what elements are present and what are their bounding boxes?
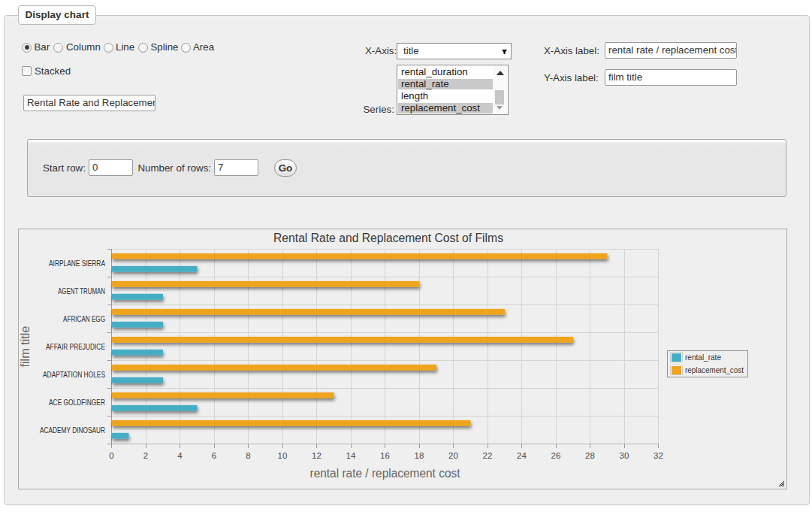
svg-text:film title: film title	[19, 326, 32, 367]
svg-text:rental rate / replacement cost: rental rate / replacement cost	[310, 467, 461, 480]
svg-text:AFFAIR PREJUDICE: AFFAIR PREJUDICE	[46, 343, 105, 351]
svg-text:18: 18	[415, 451, 424, 460]
svg-text:12: 12	[312, 451, 321, 460]
svg-text:rental_rate: rental_rate	[685, 353, 721, 362]
svg-text:28: 28	[585, 451, 595, 460]
svg-text:24: 24	[517, 451, 527, 460]
svg-text:ACADEMY DINOSAUR: ACADEMY DINOSAUR	[40, 426, 105, 435]
svg-text:4: 4	[177, 451, 183, 460]
svg-text:32: 32	[654, 451, 663, 460]
svg-text:ADAPTATION HOLES: ADAPTATION HOLES	[43, 371, 105, 379]
svg-text:replacement_cost: replacement_cost	[685, 365, 744, 374]
svg-text:6: 6	[212, 451, 216, 460]
svg-text:16: 16	[380, 451, 390, 460]
svg-text:26: 26	[551, 451, 561, 460]
svg-text:AIRPLANE SIERRA: AIRPLANE SIERRA	[49, 259, 105, 268]
svg-text:20: 20	[448, 451, 458, 460]
svg-text:14: 14	[346, 451, 356, 460]
svg-text:0: 0	[109, 451, 113, 460]
svg-text:22: 22	[483, 451, 493, 460]
svg-text:Rental Rate and Replacement Co: Rental Rate and Replacement Cost of Film…	[273, 232, 503, 244]
svg-text:ACE GOLDFINGER: ACE GOLDFINGER	[49, 398, 105, 407]
svg-text:30: 30	[620, 451, 629, 460]
svg-text:2: 2	[143, 451, 148, 460]
svg-text:8: 8	[246, 451, 250, 460]
svg-text:AFRICAN EGG: AFRICAN EGG	[63, 315, 105, 323]
svg-text:10: 10	[278, 451, 288, 460]
svg-text:AGENT TRUMAN: AGENT TRUMAN	[58, 287, 105, 295]
